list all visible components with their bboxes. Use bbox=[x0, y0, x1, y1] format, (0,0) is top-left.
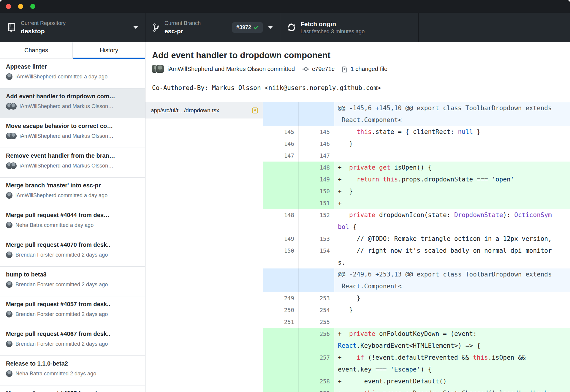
commit-list-title: Release to 1.1.0-beta2 bbox=[6, 360, 139, 367]
commit-list-meta-text: iAmWillShepherd and Markus Olsson… bbox=[20, 163, 113, 169]
diff-old-line-number: 149 bbox=[263, 233, 299, 245]
commit-list-title: Merge pull request #4044 from des… bbox=[6, 212, 139, 219]
current-repository-value: desktop bbox=[21, 28, 66, 34]
diff-row: @@ -145,6 +145,10 @@ export class Toolba… bbox=[263, 102, 570, 126]
diff-row: 257+ if (!event.defaultPrevented && this… bbox=[263, 352, 570, 375]
changed-file-icon bbox=[342, 66, 348, 72]
avatar bbox=[6, 73, 12, 80]
code-segment bbox=[338, 128, 357, 135]
diff-code bbox=[334, 316, 570, 328]
fetch-origin-title: Fetch origin bbox=[300, 20, 365, 27]
code-segment bbox=[338, 211, 349, 219]
code-segment: isOpen() { bbox=[390, 164, 432, 171]
traffic-lights bbox=[0, 4, 35, 9]
history-item[interactable]: Appease linteriAmWillShepherd committed … bbox=[0, 59, 145, 88]
code-segment: // right now it's scaled badly on normal… bbox=[338, 247, 552, 266]
history-item[interactable]: Merge pull request #4057 from desk..Bren… bbox=[0, 296, 145, 326]
history-item[interactable]: bump to beta3Brendan Forster committed 2… bbox=[0, 267, 145, 296]
diff-old-line-number bbox=[263, 173, 299, 185]
diff-new-line-number bbox=[299, 268, 334, 292]
diff-new-line-number: 154 bbox=[299, 245, 334, 268]
diff-new-line-number: 258 bbox=[299, 375, 334, 387]
code-segment: React bbox=[338, 342, 357, 349]
avatar-group bbox=[6, 133, 17, 139]
code-segment: @@ -145,6 +145,10 @@ export class Toolba… bbox=[338, 105, 552, 124]
history-item[interactable]: Merge branch 'master' into esc-priAmWill… bbox=[0, 178, 145, 207]
diff-row: 249253 } bbox=[263, 292, 570, 304]
diff-code: + this.props.onDropdownStateChanged('clo… bbox=[334, 387, 570, 392]
code-segment: ) { bbox=[420, 366, 432, 373]
diff-code: + if (!event.defaultPrevented && this.is… bbox=[334, 352, 570, 375]
diff-code bbox=[334, 150, 570, 162]
history-item[interactable]: Remove event handler from the bran…iAmWi… bbox=[0, 148, 145, 178]
code-segment: + } bbox=[338, 188, 353, 195]
history-item[interactable]: Merge pull request #4070 from desk..Bren… bbox=[0, 237, 145, 267]
diff-old-line-number: 147 bbox=[263, 150, 299, 162]
diff-row: 148+ private get isOpen() { bbox=[263, 162, 570, 173]
history-item[interactable]: Merge pull request #4067 from desk..Bren… bbox=[0, 326, 145, 356]
chevron-down-icon bbox=[133, 26, 138, 29]
code-segment: .KeyboardEvent<HTMLElement>) => { bbox=[357, 342, 480, 349]
git-branch-icon bbox=[153, 23, 159, 32]
avatar-group bbox=[6, 162, 17, 169]
diff-code: @@ -145,6 +145,10 @@ export class Toolba… bbox=[334, 102, 570, 126]
current-branch-button[interactable]: Current Branch esc-pr #3972 bbox=[145, 13, 280, 42]
history-item[interactable]: Merge pull request #4055 from des…Brenda… bbox=[0, 385, 145, 392]
diff-code: + event.preventDefault() bbox=[334, 375, 570, 387]
current-repository-button[interactable]: Current Repository desktop bbox=[0, 13, 145, 42]
commit-list-title: Merge branch 'master' into esc-pr bbox=[6, 182, 139, 189]
diff-row: 150+ } bbox=[263, 185, 570, 197]
tab-changes[interactable]: Changes bbox=[0, 42, 72, 59]
history-item[interactable]: Release to 1.1.0-beta2Neha Batra committ… bbox=[0, 356, 145, 385]
history-item[interactable]: Move escape behavior to correct co…iAmWi… bbox=[0, 118, 145, 148]
code-segment: .props.dropdownState === bbox=[398, 176, 492, 183]
tab-history[interactable]: History bbox=[72, 42, 145, 59]
code-segment: { bbox=[349, 223, 357, 230]
tab-bar: Changes History bbox=[0, 42, 145, 59]
avatar bbox=[10, 133, 17, 139]
code-segment: this bbox=[383, 176, 398, 183]
avatar bbox=[6, 281, 12, 288]
diff-code: } bbox=[334, 138, 570, 150]
diff-row: 251255 bbox=[263, 316, 570, 328]
commit-list-title: Merge pull request #4067 from desk.. bbox=[6, 331, 139, 337]
code-segment: DropdownState bbox=[454, 211, 503, 219]
commit-list-meta-text: iAmWillShepherd committed a day ago bbox=[15, 74, 107, 80]
code-segment: 'Escape' bbox=[390, 366, 420, 373]
commit-list-meta: iAmWillShepherd and Markus Olsson… bbox=[6, 103, 139, 110]
commit-list-meta: iAmWillShepherd and Markus Olsson… bbox=[6, 133, 139, 139]
commit-list-title: Appease linter bbox=[6, 63, 139, 70]
avatar-group bbox=[6, 222, 12, 228]
diff-row: 146146 } bbox=[263, 138, 570, 150]
diff-row: 151+ bbox=[263, 197, 570, 209]
diff-new-line-number: 147 bbox=[299, 150, 334, 162]
check-icon bbox=[254, 24, 259, 31]
diff-old-line-number: 251 bbox=[263, 316, 299, 328]
zoom-button[interactable] bbox=[30, 4, 35, 9]
history-list: Appease linteriAmWillShepherd committed … bbox=[0, 59, 145, 392]
diff-row: 149+ return this.props.dropdownState ===… bbox=[263, 173, 570, 185]
diff-old-line-number: 249 bbox=[263, 292, 299, 304]
file-row[interactable]: app/src/ui/t…/dropdown.tsx bbox=[145, 102, 263, 118]
fetch-origin-button[interactable]: Fetch origin Last fetched 3 minutes ago bbox=[280, 13, 419, 42]
code-segment: (!event.defaultPrevented && bbox=[364, 354, 473, 361]
diff-old-line-number bbox=[263, 162, 299, 173]
diff-old-line-number bbox=[263, 102, 299, 126]
diff-view: @@ -145,6 +145,10 @@ export class Toolba… bbox=[263, 102, 570, 392]
minimize-button[interactable] bbox=[18, 4, 23, 9]
commit-header: Add event handler to dropdown component … bbox=[145, 42, 570, 77]
committer-avatars bbox=[152, 65, 164, 73]
current-branch-value: esc-pr bbox=[164, 28, 201, 34]
history-item[interactable]: Merge pull request #4044 from des…Neha B… bbox=[0, 207, 145, 237]
avatar-group bbox=[6, 370, 12, 377]
commit-list-meta-text: Brendan Forster committed 2 days ago bbox=[15, 282, 108, 288]
avatar bbox=[6, 222, 12, 228]
diff-row: 145145 this.state = { clientRect: null } bbox=[263, 126, 570, 138]
history-item[interactable]: Add event handler to dropdown com…iAmWil… bbox=[0, 88, 145, 118]
code-segment: 'closed' bbox=[492, 390, 522, 392]
code-segment: + bbox=[338, 176, 357, 183]
code-segment: } bbox=[338, 295, 360, 302]
avatar-group bbox=[6, 281, 12, 288]
code-segment: ): bbox=[503, 211, 514, 219]
close-button[interactable] bbox=[6, 4, 11, 9]
